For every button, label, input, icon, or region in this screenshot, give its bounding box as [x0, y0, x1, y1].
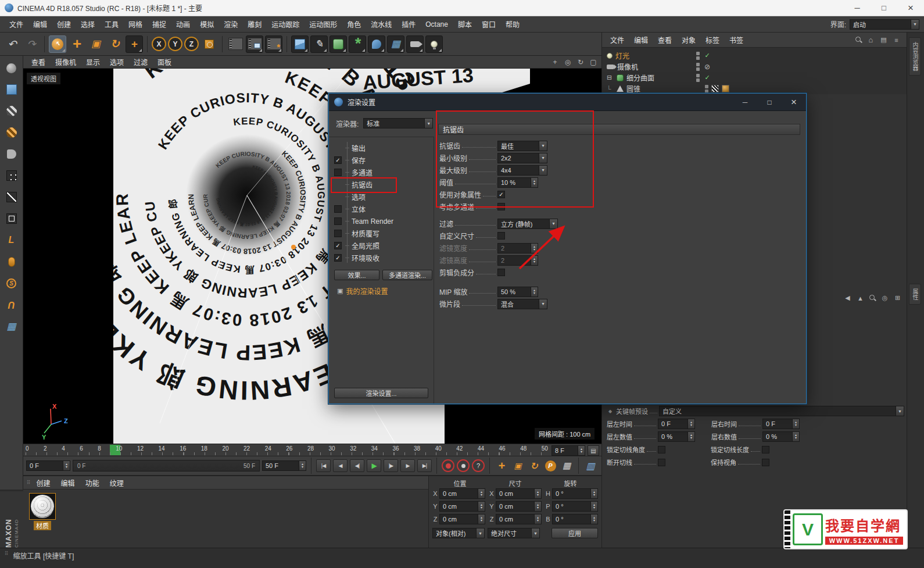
pos-y-field[interactable]: 0 cm [439, 501, 485, 512]
menu-character[interactable]: 角色 [342, 17, 366, 31]
pos-z-field[interactable]: 0 cm [439, 514, 485, 524]
menu-edit[interactable]: 编辑 [28, 17, 52, 31]
page-material-override[interactable]: 材质覆写 [329, 227, 434, 240]
render-view-button[interactable] [227, 35, 244, 53]
add-light-button[interactable] [425, 35, 443, 53]
stepper-icon[interactable] [687, 432, 694, 441]
panel-icon[interactable]: ⊞ [893, 294, 902, 302]
timeline-range-slider[interactable]: 0 F 50 F [73, 460, 260, 471]
next-frame-button[interactable]: |▶ [384, 459, 398, 472]
keyframe-preset-dropdown[interactable]: 自定义 [659, 406, 904, 416]
search-icon[interactable] [869, 294, 876, 302]
mat-menu-create[interactable]: 创建 [32, 476, 55, 490]
stepper-icon[interactable] [534, 489, 541, 498]
my-render-settings-item[interactable]: 我的渲染设置 [329, 280, 434, 296]
model-mode-button[interactable] [3, 145, 20, 163]
enable-axis-button[interactable] [3, 231, 20, 249]
home-icon[interactable] [866, 35, 875, 44]
autokey-button[interactable] [457, 459, 470, 472]
menu-icon[interactable] [892, 35, 901, 44]
motion-system-button[interactable] [583, 459, 597, 472]
move-tool-button[interactable] [68, 35, 85, 53]
close-button[interactable] [897, 0, 924, 16]
zoom-view-icon[interactable]: ◎ [563, 58, 572, 67]
dialog-minimize-button[interactable] [733, 94, 757, 111]
render-settings-dialog[interactable]: 渲染设置 渲染器: 标准 输出 保存 多通道 抗锯齿 选项 立体 Team Re… [328, 93, 807, 404]
mat-menu-edit[interactable]: 编辑 [56, 476, 80, 490]
make-editable-button[interactable] [3, 81, 20, 98]
minimize-button[interactable] [844, 0, 871, 16]
clip-negative-checkbox[interactable] [497, 269, 505, 276]
goto-end-button[interactable]: ▶| [417, 459, 432, 472]
lock-tangent-angle-checkbox[interactable] [658, 446, 665, 453]
x-axis-lock-button[interactable]: X [152, 37, 166, 51]
stepper-icon[interactable] [534, 502, 541, 511]
chevron-down-icon[interactable] [424, 119, 432, 128]
visibility-dots-icon[interactable] [705, 85, 708, 93]
page-global-illumination[interactable]: 全局光照 [329, 240, 434, 252]
add-primitive-button[interactable] [291, 35, 309, 53]
chevron-down-icon[interactable] [896, 406, 904, 416]
dialog-titlebar[interactable]: 渲染设置 [329, 94, 806, 111]
stepper-icon[interactable] [299, 461, 306, 470]
chevron-down-icon[interactable] [539, 141, 547, 151]
right-value-field[interactable]: 0 % [762, 431, 800, 442]
multipass-button[interactable]: 多通道渲染... [382, 270, 432, 280]
rotate-view-icon[interactable]: ↻ [576, 58, 585, 67]
edges-mode-button[interactable] [3, 188, 20, 206]
keyframe-selection-button[interactable] [472, 459, 485, 472]
end-frame-field[interactable]: 50 F [262, 460, 306, 471]
key-parameter-toggle[interactable]: P [543, 459, 557, 472]
record-keyframe-button[interactable] [442, 459, 454, 472]
page-options[interactable]: 选项 [329, 191, 434, 203]
menu-mograph[interactable]: 运动图形 [305, 17, 342, 31]
drag-grip-icon[interactable] [27, 480, 31, 485]
menu-select[interactable]: 选择 [76, 17, 99, 31]
menu-tools[interactable]: 工具 [100, 17, 123, 31]
menu-mesh[interactable]: 网格 [124, 17, 147, 31]
object-row-light[interactable]: 灯光 ✓ [602, 50, 907, 61]
texture-tag-icon[interactable] [711, 85, 719, 92]
stepper-icon[interactable] [590, 502, 597, 511]
up-icon[interactable]: ▲ [856, 294, 865, 302]
menu-sculpt[interactable]: 雕刻 [243, 17, 266, 31]
chevron-down-icon[interactable] [539, 153, 547, 163]
last-tool-button[interactable] [126, 35, 143, 53]
use-object-properties-checkbox[interactable] [497, 191, 505, 198]
page-enable-checkbox[interactable] [334, 242, 342, 249]
rot-p-field[interactable]: 0 ° [552, 501, 598, 512]
next-key-button[interactable]: ▶ [400, 459, 415, 472]
z-axis-lock-button[interactable]: Z [184, 37, 199, 51]
menu-octane[interactable]: Octane [421, 18, 453, 31]
menu-motion-tracker[interactable]: 运动跟踪 [267, 17, 304, 31]
page-enable-checkbox[interactable] [334, 169, 342, 176]
key-pla-toggle[interactable] [560, 459, 574, 472]
rot-b-field[interactable]: 0 ° [552, 514, 598, 524]
menu-file[interactable]: 文件 [5, 17, 28, 31]
menu-create[interactable]: 创建 [52, 17, 76, 31]
size-y-field[interactable]: 0 cm [496, 501, 542, 512]
stepper-icon[interactable] [590, 489, 597, 498]
menu-help[interactable]: 帮助 [501, 17, 524, 31]
mat-menu-function[interactable]: 功能 [81, 476, 104, 490]
pan-view-icon[interactable]: + [550, 58, 560, 67]
play-button[interactable]: ▶ [367, 459, 381, 472]
menu-animate[interactable]: 动画 [171, 17, 195, 31]
size-z-field[interactable]: 0 cm [496, 514, 542, 524]
page-output[interactable]: 输出 [329, 142, 434, 154]
stepper-icon[interactable] [687, 419, 694, 428]
stepper-icon[interactable] [63, 461, 70, 470]
window-titlebar[interactable]: CINEMA 4D R18.057 Studio (RC - R18) - [未… [0, 0, 924, 16]
apply-button[interactable]: 应用 [551, 528, 598, 538]
om-menu-objects[interactable]: 对象 [677, 33, 700, 47]
polygons-mode-button[interactable] [3, 210, 20, 227]
live-selection-button[interactable] [49, 35, 66, 53]
goto-start-button[interactable]: |◀ [316, 459, 331, 472]
page-antialiasing[interactable]: 抗锯齿 [329, 178, 434, 191]
camera-toggle-icon[interactable] [703, 63, 712, 71]
layout-icon[interactable] [879, 35, 888, 44]
start-frame-field[interactable]: 0 F [26, 460, 70, 471]
rot-h-field[interactable]: 0 ° [552, 488, 598, 499]
page-team-render[interactable]: Team Render [329, 215, 434, 227]
page-enable-checkbox[interactable] [334, 205, 342, 213]
